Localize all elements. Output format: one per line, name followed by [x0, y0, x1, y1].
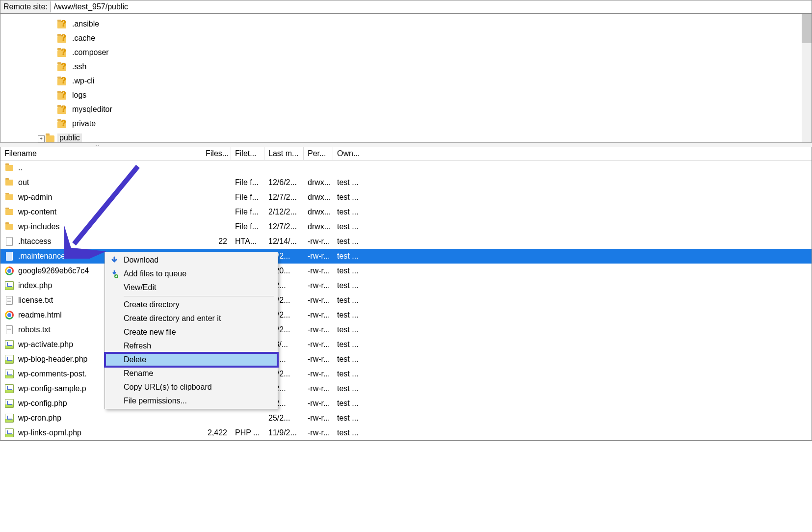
cell-filename: out — [0, 178, 202, 187]
menu-create-dir-enter[interactable]: Create directory and enter it — [105, 312, 278, 325]
cell-owner: test ... — [333, 193, 363, 202]
menu-add-queue[interactable]: Add files to queue — [105, 267, 278, 281]
cell-owner: test ... — [333, 355, 363, 364]
php-file-icon — [4, 399, 14, 408]
file-rows: ..outFile f...12/6/2...drwx...test ...wp… — [0, 160, 812, 440]
col-filetype[interactable]: Filet... — [231, 147, 264, 160]
file-name-text: robots.txt — [18, 325, 51, 334]
file-icon — [4, 237, 14, 246]
splitter-grip-icon: ︿ — [95, 143, 100, 147]
cell-owner: test ... — [333, 222, 363, 231]
tree-node-label: public — [57, 133, 82, 142]
cell-perms: -rw-r... — [304, 266, 333, 275]
cell-filename: .. — [0, 163, 202, 173]
menu-rename[interactable]: Rename — [105, 367, 278, 380]
tree-node[interactable]: ?.ssh — [57, 59, 812, 74]
menu-create-dir-label: Create directory — [124, 300, 180, 309]
cell-owner: test ... — [333, 266, 363, 275]
cell-filetype: File f... — [231, 222, 264, 231]
cell-perms: -rw-r... — [304, 325, 333, 334]
menu-download[interactable]: Download — [105, 253, 278, 267]
cell-owner: test ... — [333, 281, 363, 290]
file-name-text: license.txt — [18, 296, 53, 305]
cell-filename: .htaccess — [0, 237, 202, 246]
tree-node-label: private — [70, 119, 98, 128]
menu-add-queue-label: Add files to queue — [124, 269, 186, 278]
cell-perms: -rw-r... — [304, 414, 333, 423]
php-file-icon — [4, 413, 14, 423]
menu-create-dir[interactable]: Create directory — [105, 298, 278, 312]
menu-create-dir-enter-label: Create directory and enter it — [124, 314, 221, 323]
cell-lastmod: 11/9/2... — [264, 428, 304, 437]
cell-owner: test ... — [333, 296, 363, 305]
cell-perms: -rw-r... — [304, 399, 333, 408]
file-name-text: wp-config.php — [18, 399, 67, 408]
chrome-icon — [4, 266, 14, 276]
cell-filetype: PHP ... — [231, 428, 264, 437]
tree-expander-icon[interactable]: + — [38, 135, 45, 142]
menu-create-file[interactable]: Create new file — [105, 325, 278, 339]
menu-file-perms-label: File permissions... — [124, 397, 187, 405]
file-row[interactable]: .. — [0, 160, 812, 175]
tree-node[interactable]: ?logs — [57, 88, 812, 102]
file-row[interactable]: wp-cron.php25/2...-rw-r...test ... — [0, 411, 812, 426]
cell-perms: -rw-r... — [304, 340, 333, 349]
cell-perms: -rw-r... — [304, 311, 333, 319]
file-row[interactable]: .htaccess22HTA...12/14/...-rw-r...test .… — [0, 234, 812, 249]
tree-node[interactable]: ?mysqleditor — [57, 102, 812, 116]
cell-owner: test ... — [333, 428, 363, 437]
tree-node[interactable]: +public — [48, 131, 812, 142]
tree-scrollbar-track[interactable] — [802, 14, 812, 142]
cell-perms: drwx... — [304, 222, 333, 231]
tree-node[interactable]: ?.ansible — [57, 17, 812, 31]
tree-node-label: .wp-cli — [70, 77, 96, 85]
remote-path-input[interactable] — [51, 0, 812, 13]
context-menu: Download Add files to queue View/Edit Cr… — [105, 252, 278, 409]
file-row[interactable]: wp-contentFile f...2/12/2...drwx...test … — [0, 205, 812, 219]
file-row[interactable]: wp-adminFile f...12/7/2...drwx...test ..… — [0, 190, 812, 205]
cell-perms: -rw-r... — [304, 384, 333, 393]
pane-splitter[interactable]: ︿ — [0, 142, 812, 147]
menu-copy-url-label: Copy URL(s) to clipboard — [124, 383, 212, 392]
cell-owner: test ... — [333, 237, 363, 246]
menu-refresh[interactable]: Refresh — [105, 339, 278, 353]
cell-owner: test ... — [333, 252, 363, 261]
cell-lastmod: 12/7/2... — [264, 193, 304, 202]
col-filesize[interactable]: Files... — [202, 147, 231, 160]
cell-owner: test ... — [333, 340, 363, 349]
cell-filename: wp-content — [0, 207, 202, 217]
tree-node[interactable]: ?.composer — [57, 45, 812, 59]
col-filename[interactable]: Filename — [0, 147, 202, 160]
file-list-pane: Filename Files... Filet... Last m... Per… — [0, 147, 812, 441]
file-name-text: wp-cron.php — [18, 414, 61, 423]
tree-node-label: mysqleditor — [70, 105, 114, 114]
menu-copy-url[interactable]: Copy URL(s) to clipboard — [105, 380, 278, 394]
cell-lastmod: 2/12/2... — [264, 208, 304, 216]
unknown-folder-icon: ? — [57, 48, 67, 57]
cell-owner: test ... — [333, 178, 363, 187]
cell-perms: -rw-r... — [304, 237, 333, 246]
file-row[interactable]: wp-includesFile f...12/7/2...drwx...test… — [0, 219, 812, 234]
tree-node[interactable]: ?.wp-cli — [57, 74, 812, 88]
tree-scrollbar-thumb[interactable] — [802, 14, 812, 43]
download-icon — [110, 256, 119, 265]
php-file-icon — [4, 384, 14, 394]
file-name-text: .maintenance — [18, 252, 65, 261]
menu-view-edit[interactable]: View/Edit — [105, 281, 278, 294]
tree-node[interactable]: ?.cache — [57, 31, 812, 45]
file-row[interactable]: outFile f...12/6/2...drwx...test ... — [0, 175, 812, 190]
cell-owner: test ... — [333, 370, 363, 378]
menu-view-edit-label: View/Edit — [124, 283, 156, 292]
col-owner[interactable]: Own... — [333, 147, 363, 160]
menu-delete[interactable]: Delete — [105, 353, 278, 367]
menu-delete-label: Delete — [124, 355, 146, 364]
cell-filesize: 2,422 — [202, 428, 231, 437]
cell-owner: test ... — [333, 384, 363, 393]
menu-file-perms[interactable]: File permissions... — [105, 394, 278, 408]
file-row[interactable]: wp-links-opml.php2,422PHP ...11/9/2...-r… — [0, 426, 812, 440]
tree-node[interactable]: ?private — [57, 116, 812, 131]
cell-owner: test ... — [333, 208, 363, 216]
unknown-folder-icon: ? — [57, 105, 67, 114]
col-lastmod[interactable]: Last m... — [264, 147, 304, 160]
col-perms[interactable]: Per... — [304, 147, 333, 160]
